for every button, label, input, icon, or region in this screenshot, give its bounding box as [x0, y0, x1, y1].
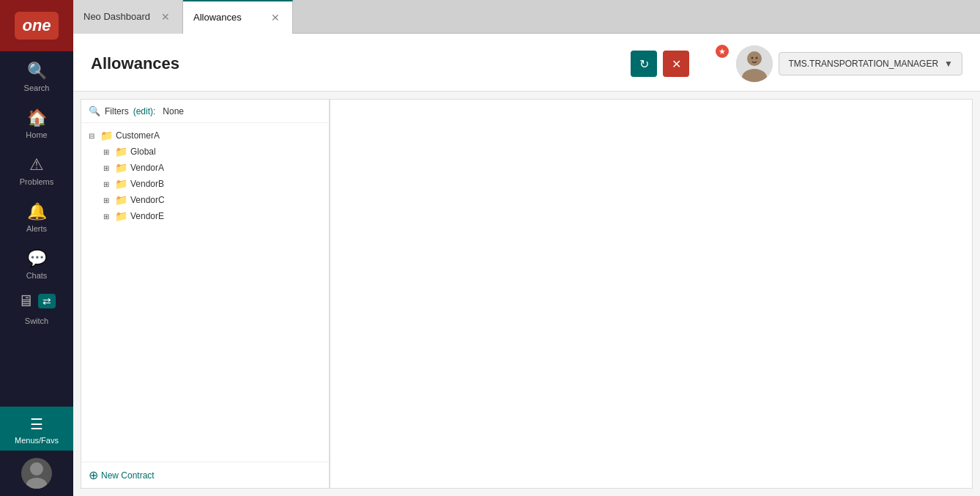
- tree-folder-icon-customerA: 📁: [100, 130, 113, 141]
- tree-node-global[interactable]: ⊞ 📁 Global: [103, 144, 322, 160]
- sidebar-bottom-avatar[interactable]: [0, 451, 73, 496]
- app-logo[interactable]: one: [0, 0, 73, 51]
- switch-monitor-icon: 🖥: [18, 292, 34, 311]
- tab-allowances[interactable]: Allowances ✕: [183, 0, 293, 34]
- sidebar-item-problems[interactable]: ⚠ Problems: [0, 145, 73, 192]
- sidebar: one 🔍 Search 🏠 Home ⚠ Problems 🔔 Alerts …: [0, 0, 73, 496]
- sidebar-item-chats[interactable]: 💬 Chats: [0, 239, 73, 286]
- user-avatar: [736, 45, 773, 82]
- filter-magnifier-icon: 🔍: [89, 106, 100, 116]
- tree-label-vendorB: VendorB: [130, 179, 164, 189]
- tree-area: ⊟ 📁 CustomerA ⊞ 📁 Global ⊞ 📁 Ve: [81, 123, 329, 462]
- content-body: 🔍 Filters (edit): None ⊟ 📁 CustomerA ⊞ 📁: [73, 92, 980, 496]
- sidebar-item-search[interactable]: 🔍 Search: [0, 51, 73, 98]
- tree-label-vendorC: VendorC: [130, 195, 165, 205]
- sidebar-menus-label: Menus/Favs: [15, 436, 59, 445]
- content-header: Allowances ↻ ✕ ★: [73, 34, 980, 92]
- tree-folder-icon-vendorE: 📁: [115, 210, 127, 222]
- tree-folder-icon-global: 📁: [115, 146, 127, 158]
- tree-node-customerA[interactable]: ⊟ 📁 CustomerA: [89, 127, 322, 144]
- right-panel: [330, 99, 973, 489]
- tree-label-global: Global: [130, 147, 156, 157]
- tree-node-vendorC[interactable]: ⊞ 📁 VendorC: [103, 192, 322, 208]
- user-avatar-small: [21, 458, 52, 489]
- svg-point-1: [26, 478, 47, 489]
- tree-toggle-customerA: ⊟: [89, 132, 97, 140]
- main-area: Neo Dashboard ✕ Allowances ✕ Allowances …: [73, 0, 980, 496]
- sidebar-item-alerts[interactable]: 🔔 Alerts: [0, 192, 73, 239]
- problems-icon: ⚠: [29, 155, 44, 174]
- close-icon: ✕: [672, 57, 681, 71]
- filter-bar: 🔍 Filters (edit): None: [81, 100, 329, 123]
- menu-icon: ☰: [30, 415, 43, 433]
- tree-toggle-vendorE: ⊞: [103, 212, 112, 221]
- sidebar-item-home[interactable]: 🏠 Home: [0, 98, 73, 145]
- tree-label-customerA: CustomerA: [116, 130, 160, 141]
- tab-allowances-label: Allowances: [193, 12, 242, 23]
- tree-toggle-vendorC: ⊞: [103, 196, 112, 204]
- svg-point-6: [756, 57, 758, 59]
- tree-label-vendorA: VendorA: [130, 163, 164, 173]
- svg-point-3: [747, 51, 762, 66]
- tab-neo-dashboard-label: Neo Dashboard: [83, 11, 150, 22]
- user-name-label: TMS.TRANSPORTATION_MANAGER: [788, 59, 938, 69]
- notification-star-badge: ★: [716, 45, 729, 58]
- home-icon: 🏠: [27, 108, 47, 127]
- tree-label-vendorE: VendorE: [130, 211, 164, 221]
- svg-point-5: [751, 57, 754, 59]
- refresh-button[interactable]: ↻: [631, 51, 657, 77]
- svg-point-0: [30, 462, 43, 475]
- filters-edit-link[interactable]: (edit):: [133, 106, 156, 116]
- tree-children-customerA: ⊞ 📁 Global ⊞ 📁 VendorA ⊞ 📁 VendorB: [89, 144, 322, 224]
- alerts-icon: 🔔: [27, 202, 47, 221]
- new-contract-plus-icon[interactable]: ⊕: [89, 468, 98, 482]
- search-icon: 🔍: [27, 62, 47, 81]
- page-title: Allowances: [91, 54, 631, 73]
- sidebar-item-chats-label: Chats: [26, 271, 48, 280]
- close-button[interactable]: ✕: [663, 51, 689, 77]
- tree-folder-icon-vendorB: 📁: [115, 178, 127, 190]
- switch-row: 🖥 ⇄: [18, 286, 56, 317]
- tree-toggle-global: ⊞: [103, 148, 112, 156]
- tree-folder-icon-vendorC: 📁: [115, 194, 127, 206]
- sidebar-item-menus-favs[interactable]: ☰ Menus/Favs: [0, 407, 73, 451]
- sidebar-item-home-label: Home: [26, 130, 47, 139]
- tab-neo-dashboard-close[interactable]: ✕: [159, 10, 172, 23]
- tree-folder-icon-vendorA: 📁: [115, 162, 127, 174]
- new-contract-link[interactable]: New Contract: [101, 470, 155, 481]
- tree-node-vendorE[interactable]: ⊞ 📁 VendorE: [103, 208, 322, 224]
- sidebar-item-search-label: Search: [24, 84, 50, 92]
- tree-toggle-vendorB: ⊞: [103, 180, 112, 188]
- sidebar-item-alerts-label: Alerts: [26, 224, 47, 233]
- left-panel-footer: ⊕ New Contract: [81, 462, 329, 488]
- user-dropdown[interactable]: TMS.TRANSPORTATION_MANAGER ▼: [779, 52, 962, 75]
- tree-node-vendorB[interactable]: ⊞ 📁 VendorB: [103, 176, 322, 192]
- hamburger-menu-button[interactable]: ★: [695, 49, 724, 78]
- filters-value: None: [163, 106, 184, 116]
- tab-allowances-close[interactable]: ✕: [269, 11, 282, 24]
- left-panel: 🔍 Filters (edit): None ⊟ 📁 CustomerA ⊞ 📁: [81, 99, 330, 489]
- sidebar-item-problems-label: Problems: [20, 177, 53, 186]
- chats-icon: 💬: [27, 249, 47, 268]
- switch-badge-icon: ⇄: [38, 294, 56, 308]
- refresh-icon: ↻: [639, 57, 649, 71]
- header-actions: ↻ ✕ ★: [631, 45, 962, 82]
- logo-text: one: [15, 12, 58, 40]
- tree-toggle-vendorA: ⊞: [103, 164, 112, 172]
- tree-node-vendorA[interactable]: ⊞ 📁 VendorA: [103, 160, 322, 176]
- tabs-bar: Neo Dashboard ✕ Allowances ✕: [73, 0, 980, 34]
- filters-label: Filters: [105, 106, 129, 116]
- sidebar-item-switch-label: Switch: [25, 317, 48, 325]
- tab-neo-dashboard[interactable]: Neo Dashboard ✕: [73, 0, 183, 34]
- dropdown-arrow-icon: ▼: [944, 59, 953, 69]
